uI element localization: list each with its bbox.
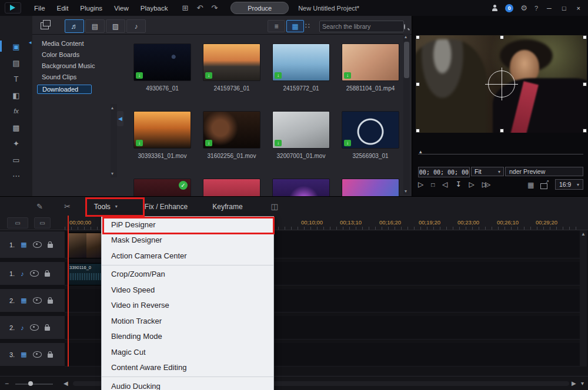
library-category-media-content[interactable]: Media Content bbox=[42, 40, 118, 47]
library-category-background-music[interactable]: Background Music bbox=[42, 62, 118, 69]
library-category-downloaded[interactable]: Downloaded bbox=[37, 85, 92, 94]
library-category-color-boards[interactable]: Color Boards bbox=[42, 51, 118, 58]
workspace-layout-icon[interactable]: ⊞ bbox=[182, 4, 188, 12]
search-input[interactable] bbox=[320, 23, 404, 30]
tools-menu-item-audio-ducking[interactable]: Audio Ducking bbox=[102, 378, 273, 390]
track-visibility-eye-icon[interactable] bbox=[30, 270, 39, 277]
filter-all-media-button[interactable]: ♬ bbox=[65, 19, 84, 33]
filter-video-button[interactable]: ▤ bbox=[85, 19, 105, 33]
edit-pencil-icon[interactable]: ✎ bbox=[36, 202, 43, 211]
media-item[interactable]: ↓25881104_01.mp4 bbox=[336, 43, 402, 111]
resize-handle[interactable] bbox=[500, 129, 504, 133]
titles-room-icon[interactable]: T bbox=[0, 72, 32, 86]
import-media-icon[interactable] bbox=[41, 22, 49, 29]
more-rooms-icon[interactable]: ⋯ bbox=[0, 169, 32, 183]
media-item[interactable]: ↓ bbox=[197, 179, 266, 196]
media-item[interactable]: ↓4930676_01 bbox=[128, 43, 197, 111]
boards-room-icon[interactable]: ▤ bbox=[0, 56, 32, 70]
timeline-ruler[interactable]: ▭ ▭ 00;00;0000;10;0000;13;1000;16;2000;1… bbox=[0, 216, 588, 230]
menubar-edit[interactable]: Edit bbox=[51, 5, 75, 12]
minimize-button[interactable]: ─ bbox=[545, 5, 553, 12]
snap-button[interactable]: ▭ bbox=[34, 217, 51, 228]
account-icon[interactable] bbox=[492, 5, 498, 11]
produce-button[interactable]: Produce bbox=[230, 2, 289, 14]
settings-gear-icon[interactable]: ⚙ bbox=[520, 4, 527, 12]
media-item[interactable]: ↓31602256_01.mov bbox=[197, 111, 266, 179]
render-preview-dropdown[interactable]: nder Preview bbox=[505, 167, 583, 176]
timeline-zoom-slider[interactable] bbox=[15, 384, 53, 385]
undock-preview-icon[interactable] bbox=[540, 183, 547, 189]
scroll-up-icon[interactable]: ▴ bbox=[405, 34, 407, 39]
seek-button[interactable]: ↧ bbox=[456, 180, 462, 189]
filter-audio-button[interactable]: ♪ bbox=[126, 19, 146, 33]
scroll-down-icon[interactable]: ▾ bbox=[405, 189, 407, 194]
playhead[interactable] bbox=[68, 216, 69, 367]
resize-handle[interactable] bbox=[416, 129, 420, 133]
resize-handle[interactable] bbox=[500, 35, 504, 39]
library-scrollbar-thumb[interactable] bbox=[404, 42, 409, 78]
menubar-view[interactable]: View bbox=[108, 5, 135, 12]
thumbnail-size-icon[interactable]: ∷ bbox=[305, 22, 309, 30]
transitions-room-icon[interactable]: ◧ bbox=[0, 88, 32, 102]
scroll-left-icon[interactable]: ◀ bbox=[64, 380, 68, 386]
media-item[interactable]: ↓ bbox=[336, 179, 402, 196]
overlays-room-icon[interactable]: ▩ bbox=[0, 120, 32, 135]
collapse-room-sidebar-arrow[interactable]: ◂ bbox=[29, 39, 32, 45]
tools-menu-item-content-aware-editing[interactable]: Content Aware Editing bbox=[102, 360, 273, 376]
media-item[interactable]: ↓ bbox=[266, 179, 336, 196]
tools-button[interactable]: Tools ▾ bbox=[87, 200, 125, 213]
pip-crosshair-target[interactable] bbox=[488, 70, 515, 98]
tools-menu-item-motion-tracker[interactable]: Motion Tracker bbox=[102, 313, 273, 329]
menubar-playback[interactable]: Playback bbox=[135, 5, 174, 12]
zoom-out-icon[interactable]: − bbox=[5, 379, 9, 388]
track-type-video-icon[interactable]: ▦ bbox=[21, 241, 26, 248]
keyframe-button[interactable]: Keyframe bbox=[212, 203, 242, 211]
scroll-up-icon[interactable]: ▲ bbox=[581, 231, 586, 237]
resize-handle[interactable] bbox=[416, 35, 420, 39]
shortcut-keys-icon[interactable]: ▦ bbox=[527, 181, 534, 189]
track-type-audio-icon[interactable]: ♪ bbox=[21, 270, 24, 277]
media-item[interactable]: ↓32007001_01.mov bbox=[266, 111, 336, 179]
media-item[interactable]: ↓✓ bbox=[128, 179, 197, 196]
media-item[interactable]: ↓24159772_01 bbox=[266, 43, 336, 111]
maximize-button[interactable]: □ bbox=[560, 5, 568, 12]
media-item[interactable]: ↓24159736_01 bbox=[197, 43, 266, 111]
media-item[interactable]: ↓32566903_01 bbox=[336, 111, 402, 179]
track-lock-icon[interactable] bbox=[48, 300, 53, 304]
tools-menu-item-mask-designer[interactable]: Mask Designer bbox=[102, 233, 273, 248]
tools-menu-item-crop-zoom-pan[interactable]: Crop/Zoom/Pan bbox=[102, 267, 273, 283]
track-lock-icon[interactable] bbox=[48, 354, 53, 358]
zoom-fit-dropdown[interactable]: Fit ▾ bbox=[471, 167, 504, 176]
grid-view-button[interactable]: ▦ bbox=[286, 20, 304, 32]
track-lock-icon[interactable] bbox=[48, 244, 53, 248]
stop-button[interactable]: □ bbox=[431, 181, 435, 188]
fast-forward-button[interactable]: ▷▷ bbox=[482, 180, 488, 189]
split-scissors-icon[interactable]: ✂ bbox=[64, 202, 71, 211]
track-manager-icon[interactable]: ◫ bbox=[271, 202, 278, 211]
help-icon[interactable]: ? bbox=[534, 5, 538, 12]
redo-icon[interactable]: ↷ bbox=[211, 4, 218, 12]
track-visibility-eye-icon[interactable] bbox=[33, 351, 42, 358]
timeline-video-clip[interactable] bbox=[68, 233, 105, 258]
list-view-button[interactable]: ≡ bbox=[268, 20, 285, 32]
search-icon[interactable] bbox=[404, 24, 405, 29]
timeline-vertical-scrollbar[interactable]: ▲ ▼ bbox=[580, 230, 587, 381]
track-visibility-eye-icon[interactable] bbox=[30, 324, 39, 331]
track-visibility-eye-icon[interactable] bbox=[33, 241, 42, 248]
resize-handle[interactable] bbox=[583, 129, 587, 133]
tools-menu-item-action-camera-center[interactable]: Action Camera Center bbox=[102, 248, 273, 264]
tools-menu-item-video-speed[interactable]: Video Speed bbox=[102, 282, 273, 298]
track-type-video-icon[interactable]: ▦ bbox=[21, 297, 26, 304]
scroll-corner-icon[interactable]: ▾ bbox=[581, 380, 584, 386]
track-lock-icon[interactable] bbox=[45, 273, 50, 277]
undo-icon[interactable]: ↶ bbox=[196, 4, 203, 12]
tools-menu-item-blending-mode[interactable]: Blending Mode bbox=[102, 329, 273, 345]
menubar-plugins[interactable]: Plugins bbox=[74, 5, 108, 12]
next-frame-button[interactable]: ▷ bbox=[469, 180, 475, 189]
media-item[interactable]: ↓30393361_01.mov bbox=[128, 111, 197, 179]
particles-room-icon[interactable]: ✦ bbox=[0, 136, 32, 150]
tools-menu-item-pip-designer[interactable]: PiP Designer bbox=[102, 217, 273, 233]
previous-frame-button[interactable]: ◁ bbox=[442, 180, 447, 189]
fix-enhance-button[interactable]: Fix / Enhance bbox=[145, 203, 188, 211]
timeline-zoom-handle[interactable] bbox=[28, 381, 33, 386]
